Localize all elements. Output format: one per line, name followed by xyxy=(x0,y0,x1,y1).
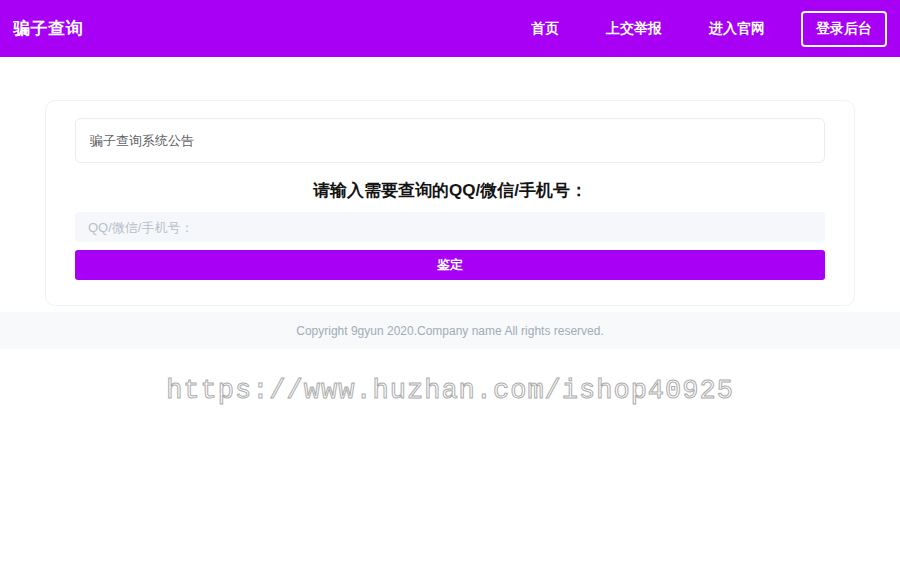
nav-link-home[interactable]: 首页 xyxy=(531,20,559,38)
query-card: 骗子查询系统公告 请输入需要查询的QQ/微信/手机号： 鉴定 xyxy=(45,100,855,306)
page: 骗子查询 首页 上交举报 进入官网 登录后台 骗子查询系统公告 请输入需要查询的… xyxy=(0,0,900,578)
nav-link-official-site[interactable]: 进入官网 xyxy=(709,20,765,38)
nav-link-submit-report[interactable]: 上交举报 xyxy=(606,20,662,38)
main-content: 骗子查询系统公告 请输入需要查询的QQ/微信/手机号： 鉴定 https://w… xyxy=(0,100,900,306)
watermark-text: https://www.huzhan.com/ishop40925 xyxy=(0,377,900,405)
login-admin-button[interactable]: 登录后台 xyxy=(801,11,887,47)
navbar: 骗子查询 首页 上交举报 进入官网 登录后台 xyxy=(0,0,900,57)
brand-title[interactable]: 骗子查询 xyxy=(13,17,83,40)
identify-button[interactable]: 鉴定 xyxy=(75,250,825,280)
announcement-panel: 骗子查询系统公告 xyxy=(75,118,825,163)
copyright-text: Copyright 9gyun 2020.Company name All ri… xyxy=(296,324,604,338)
footer: Copyright 9gyun 2020.Company name All ri… xyxy=(0,312,900,349)
query-heading: 请输入需要查询的QQ/微信/手机号： xyxy=(75,181,825,201)
query-input[interactable] xyxy=(75,212,825,242)
nav-menu: 首页 上交举报 进入官网 登录后台 xyxy=(484,11,887,47)
